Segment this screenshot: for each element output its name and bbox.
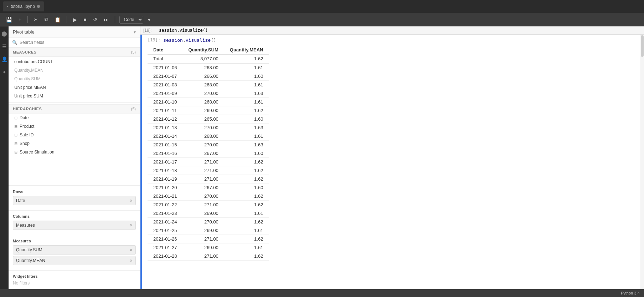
cell-date: 2021-01-15 [148, 141, 183, 149]
cell-date: 2021-01-23 [148, 209, 183, 218]
measures-chip-quantity-mean: Quantity.MEAN × [13, 256, 136, 265]
save-button[interactable]: 💾 [4, 16, 14, 24]
toolbar-separator-1 [27, 16, 28, 23]
cell-body[interactable]: [19]: session.visualize() Date Quantity.… [142, 35, 640, 289]
hier-label-product: Product [20, 124, 34, 129]
cell-sum: 271.00 [183, 166, 224, 175]
cell-date: 2021-01-13 [148, 124, 183, 132]
header-date: Date [148, 46, 183, 54]
search-input[interactable] [20, 40, 136, 45]
cell-type-chevron[interactable]: ▾ [146, 16, 152, 24]
cut-button[interactable]: ✂ [32, 16, 40, 24]
table-row: 2021-01-11269.001.62 [148, 106, 269, 115]
copy-button[interactable]: ⧉ [43, 15, 50, 24]
measure-item-quantity-mean[interactable]: Quantity.MEAN [9, 66, 140, 75]
toolbar-separator-2 [67, 16, 67, 23]
measure-item-contributors-count[interactable]: contributors.COUNT [9, 57, 140, 66]
measures-list: contributors.COUNT Quantity.MEAN Quantit… [9, 57, 140, 101]
cell-date: 2021-01-20 [148, 183, 183, 192]
paste-button[interactable]: 📋 [53, 16, 62, 24]
cell-sum: 271.00 [183, 175, 224, 183]
cell-date: 2021-01-12 [148, 115, 183, 124]
cell-sum: 268.00 [183, 98, 224, 106]
rows-config: Rows Date × [9, 186, 140, 210]
measure-item-unit-price-mean[interactable]: Unit price.MEAN [9, 83, 140, 92]
search-bar: 🔍 [9, 38, 140, 47]
scrollbar-track[interactable] [640, 35, 644, 289]
browser-tab-bar: ▪ tutorial.ipynb [0, 0, 644, 13]
measures-chip-quantity-mean-remove[interactable]: × [130, 258, 133, 263]
cell-sum: 270.00 [183, 218, 224, 226]
toolbar-separator-3 [115, 16, 115, 23]
hierarchy-icon-date: ⊞ [14, 116, 17, 120]
scrollable-panel[interactable]: MEASURES (5) contributors.COUNT Quantity… [9, 47, 140, 185]
cell-prompt-row: [19]: session.visualize() [148, 37, 634, 43]
pivot-table: Date Quantity.SUM Quantity.MEAN Total8,0… [148, 46, 269, 261]
hier-label-date: Date [20, 115, 29, 120]
list-icon[interactable]: ☰ [1, 42, 8, 51]
table-row: 2021-01-23269.001.61 [148, 209, 269, 218]
cell-date: 2021-01-28 [148, 252, 183, 261]
table-row: 2021-01-22271.001.62 [148, 201, 269, 209]
table-row: 2021-01-18271.001.62 [148, 166, 269, 175]
table-row: 2021-01-07266.001.60 [148, 72, 269, 81]
cell-mean: 1.61 [224, 226, 269, 235]
cell-mean: 1.62 [224, 192, 269, 201]
cell-code-input[interactable] [158, 27, 641, 34]
divider [9, 102, 140, 103]
table-row: 2021-01-14268.001.61 [148, 132, 269, 141]
user-icon[interactable]: 👤 [0, 55, 9, 64]
cell-sum: 269.00 [183, 243, 224, 252]
hier-item-date[interactable]: ⊞ Date [9, 114, 140, 122]
add-cell-button[interactable]: + [17, 16, 23, 24]
columns-chip-remove[interactable]: × [130, 222, 133, 228]
measure-item-unit-price-sum[interactable]: Unit price.SUM [9, 92, 140, 100]
table-row: 2021-01-21270.001.62 [148, 192, 269, 201]
measure-item-quantity-sum[interactable]: Quantity.SUM [9, 75, 140, 83]
cell-date: 2021-01-10 [148, 98, 183, 106]
cell-type-select[interactable]: Code [119, 16, 143, 24]
cell-date: 2021-01-17 [148, 158, 183, 166]
table-row: 2021-01-20267.001.60 [148, 183, 269, 192]
cell-date: 2021-01-09 [148, 89, 183, 98]
hierarchies-count: (5) [131, 107, 136, 111]
table-row: 2021-01-27269.001.61 [148, 243, 269, 252]
table-row: 2021-01-26271.001.62 [148, 235, 269, 243]
cell-sum: 269.00 [183, 226, 224, 235]
hier-item-product[interactable]: ⊞ Product [9, 122, 140, 131]
restart-button[interactable]: ↺ [91, 16, 99, 24]
rows-chip-label: Date [16, 198, 25, 203]
panel-collapse-icon[interactable]: ▾ [134, 30, 136, 35]
hier-item-shop[interactable]: ⊞ Shop [9, 139, 140, 148]
cell-date: 2021-01-07 [148, 72, 183, 81]
cell-mean: 1.62 [224, 218, 269, 226]
scrollbar-thumb[interactable] [641, 35, 644, 57]
widget-filters-label: Widget filters [13, 274, 136, 278]
hier-item-sale-id[interactable]: ⊞ Sale ID [9, 131, 140, 139]
hier-label-sale-id: Sale ID [20, 132, 34, 137]
cell-sum: 271.00 [183, 235, 224, 243]
cell-date: 2021-01-14 [148, 132, 183, 141]
measures-chip-quantity-sum-remove[interactable]: × [130, 247, 133, 253]
table-row: 2021-01-17271.001.62 [148, 158, 269, 166]
hierarchy-icon-shop: ⊞ [14, 141, 17, 146]
table-row: 2021-01-06268.001.61 [148, 63, 269, 72]
circles-icon[interactable]: ⬤ [0, 29, 9, 38]
cell-mean: 1.62 [224, 106, 269, 115]
notebook-tab[interactable]: ▪ tutorial.ipynb [3, 1, 44, 11]
table-row: 2021-01-28271.001.62 [148, 252, 269, 261]
table-row: 2021-01-24270.001.62 [148, 218, 269, 226]
fast-forward-button[interactable]: ⏭ [102, 16, 110, 24]
panel-header: Pivot table ▾ [9, 26, 140, 38]
tab-icon: ▪ [7, 4, 9, 9]
cell-date: 2021-01-25 [148, 226, 183, 235]
hier-item-source-simulation[interactable]: ⊞ Source Simulation [9, 148, 140, 156]
rows-chip-remove[interactable]: × [130, 198, 133, 203]
header-quantity-sum: Quantity.SUM [183, 46, 224, 54]
cell-mean: 1.62 [224, 252, 269, 261]
run-button[interactable]: ▶ [71, 16, 79, 24]
cell-mean: 1.62 [224, 201, 269, 209]
puzzle-icon[interactable]: ✦ [1, 68, 8, 76]
cell-mean: 1.62 [224, 158, 269, 166]
interrupt-button[interactable]: ■ [82, 16, 88, 24]
